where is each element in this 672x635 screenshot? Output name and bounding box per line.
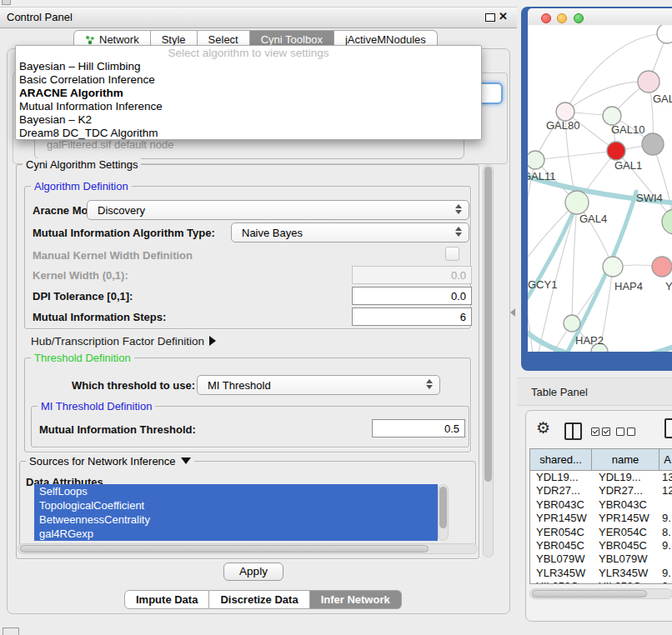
attributes-scrollbar[interactable] — [438, 484, 449, 541]
tab-infer-network[interactable]: Infer Network — [310, 590, 402, 609]
mi-steps-field[interactable]: 6 — [352, 308, 472, 326]
dropdown-item[interactable]: Basic Correlation Inference — [16, 73, 481, 87]
cell-name: YIL052C — [592, 580, 659, 584]
network-node-gal4[interactable] — [565, 191, 589, 214]
kernel-width-label: Kernel Width (0,1): — [33, 269, 128, 282]
tab-label: Discretize Data — [220, 591, 298, 608]
dropdown-item[interactable]: Bayesian – Hill Climbing — [16, 60, 481, 73]
table-panel-container: ⚙ shared...nameA YDL19...YDL19...13YDR27… — [525, 410, 672, 622]
tab-impute-data[interactable]: Impute Data — [124, 590, 209, 609]
network-node-gal7[interactable] — [638, 71, 659, 92]
node-label: GAL10 — [611, 123, 644, 136]
minimize-traffic-light-icon[interactable] — [557, 13, 567, 23]
cell-name: YBR045C — [592, 539, 659, 552]
cell-shared-name: YPR145W — [530, 512, 592, 525]
network-node-y[interactable] — [652, 257, 672, 277]
network-node-gal80[interactable] — [556, 102, 574, 121]
gear-icon[interactable]: ⚙ — [536, 418, 550, 438]
node-label: SWI4 — [636, 192, 663, 204]
network-node-hap2[interactable] — [564, 315, 580, 332]
aracne-mode-combo[interactable]: Discovery — [87, 200, 469, 220]
top-strip — [0, 0, 672, 7]
table-row[interactable]: YIL052CYIL052C9. — [530, 580, 672, 584]
which-threshold-label: Which threshold to use: — [72, 379, 195, 392]
mi-threshold-label: Mutual Information Threshold: — [39, 423, 196, 436]
dropdown-item[interactable]: ARACNE Algorithm — [16, 87, 481, 100]
network-node[interactable] — [657, 25, 672, 43]
column-header[interactable]: A — [659, 449, 672, 470]
column-header[interactable]: name — [592, 449, 659, 470]
table-row[interactable]: YBR045CYBR045C9. — [530, 539, 672, 552]
cell-shared-name: YLR345W — [530, 567, 592, 580]
network-icon — [85, 35, 95, 45]
cell-shared-name: YDR27... — [530, 484, 592, 498]
column-header[interactable]: shared... — [530, 449, 592, 470]
dropdown-item[interactable]: Bayesian – K2 — [16, 113, 481, 127]
collapsed-tab-marker[interactable] — [2, 0, 11, 5]
control-panel-titlebar: Control Panel ✕ — [0, 7, 517, 28]
edge[interactable] — [535, 151, 616, 160]
splitter-collapse-icon[interactable] — [510, 308, 515, 317]
table-row[interactable]: YLR345WYLR345W9. — [530, 567, 672, 580]
checked-pair-icon[interactable] — [591, 428, 610, 436]
edge[interactable] — [528, 202, 577, 271]
cell-value — [659, 498, 672, 512]
cell-name: YDL19... — [592, 471, 659, 484]
manual-kernel-checkbox[interactable] — [445, 247, 459, 261]
table-horizontal-scrollbar[interactable] — [529, 588, 672, 599]
network-canvas[interactable]: GAL7GAL80GAL10GAL1GAL11SWI4GAL4GCY1HAP4Y… — [528, 25, 672, 352]
table-row[interactable]: YPR145WYPR145W9. — [530, 512, 672, 525]
zoom-traffic-light-icon[interactable] — [574, 13, 584, 23]
mi-algorithm-type-combo[interactable]: Naive Bayes — [231, 222, 469, 242]
settings-horizontal-scrollbar[interactable] — [18, 543, 478, 554]
network-node-hap4[interactable] — [603, 257, 623, 277]
mi-algorithm-type-label: Mutual Information Algorithm Type: — [33, 227, 215, 239]
columns-icon[interactable] — [564, 422, 582, 440]
hub-definition-toggle[interactable]: Hub/Transcription Factor Definition — [31, 335, 216, 348]
node-label: GAL7 — [653, 92, 672, 105]
collapsed-panel-button[interactable] — [3, 628, 19, 635]
network-node-gal1[interactable] — [607, 142, 625, 160]
unchecked-pair-icon[interactable] — [616, 428, 635, 436]
dropdown-item[interactable]: Mutual Information Inference — [16, 100, 481, 113]
algorithm-dropdown-popup: Select algorithm to view settings Bayesi… — [15, 45, 482, 140]
kernel-width-field[interactable]: 0.0 — [352, 266, 472, 284]
network-graph: GAL7GAL80GAL10GAL1GAL11SWI4GAL4GCY1HAP4Y… — [528, 25, 672, 352]
sources-toggle[interactable]: Sources for Network Inference — [26, 455, 194, 468]
page-icon[interactable] — [664, 418, 672, 438]
edge[interactable] — [565, 82, 649, 112]
table-row[interactable]: YDL19...YDL19...13 — [530, 471, 672, 484]
settings-vertical-scrollbar[interactable] — [483, 164, 494, 558]
edge[interactable] — [572, 202, 577, 323]
table-row[interactable]: YBL079WYBL079W — [530, 552, 672, 566]
combo-stepper-icon — [455, 204, 462, 214]
dropdown-item[interactable]: Dream8 DC_TDC Algorithm — [16, 127, 481, 140]
attribute-list-item[interactable]: gal4RGexp — [34, 527, 438, 541]
chevron-down-icon — [181, 458, 191, 464]
table-row[interactable]: YBR043CYBR043C — [530, 498, 672, 512]
node-label: HAP2 — [575, 334, 604, 347]
attribute-list-item[interactable]: BetweennessCentrality — [34, 512, 438, 527]
dropdown-list: Bayesian – Hill ClimbingBasic Correlatio… — [16, 60, 481, 140]
node-label: GCY1 — [528, 278, 557, 291]
network-node-gal10[interactable] — [603, 107, 621, 125]
cell-shared-name: YER054C — [530, 526, 592, 539]
data-attributes-list[interactable]: SelfLoopsTopologicalCoefficientBetweenne… — [34, 484, 438, 541]
network-node[interactable] — [642, 133, 664, 155]
table-row[interactable]: YER054CYER054C8. — [530, 526, 672, 539]
float-window-icon[interactable] — [485, 13, 495, 22]
which-threshold-combo[interactable]: MI Threshold — [197, 375, 440, 395]
network-node-gal11[interactable] — [528, 151, 544, 169]
attribute-list-item[interactable]: SelfLoops — [34, 484, 438, 498]
attribute-list-item[interactable]: TopologicalCoefficient — [34, 498, 438, 512]
mi-threshold-field[interactable]: 0.5 — [372, 419, 465, 438]
network-node-swi4[interactable] — [662, 209, 672, 234]
tab-discretize-data[interactable]: Discretize Data — [209, 590, 309, 609]
mi-steps-label: Mutual Information Steps: — [33, 311, 166, 323]
node-label: GAL4 — [579, 212, 607, 225]
close-icon[interactable]: ✕ — [499, 10, 508, 22]
close-traffic-light-icon[interactable] — [541, 13, 551, 23]
table-row[interactable]: YDR27...YDR27...12 — [530, 484, 672, 498]
apply-button[interactable]: Apply — [223, 562, 283, 581]
dpi-tolerance-field[interactable]: 0.0 — [352, 287, 472, 305]
